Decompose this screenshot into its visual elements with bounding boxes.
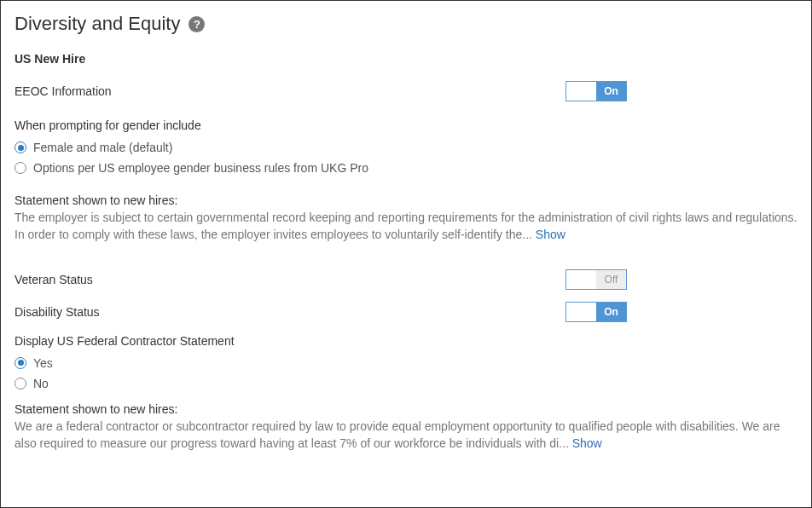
contractor-option-yes-label: Yes	[33, 356, 53, 370]
disability-toggle[interactable]: On	[566, 302, 627, 322]
statement1-heading: Statement shown to new hires:	[14, 193, 798, 207]
section-us-new-hire: US New Hire	[14, 52, 798, 66]
veteran-toggle-on	[566, 270, 596, 289]
eeoc-toggle[interactable]: On	[566, 81, 627, 101]
eeoc-row: EEOC Information On	[14, 81, 798, 101]
statement2-text: We are a federal contractor or subcontra…	[14, 419, 780, 450]
eeoc-toggle-on: On	[596, 82, 626, 101]
gender-prompt-heading: When prompting for gender include	[14, 118, 798, 132]
statement2-heading: Statement shown to new hires:	[14, 402, 798, 416]
veteran-toggle[interactable]: Off	[566, 269, 627, 290]
gender-option-default-label: Female and male (default)	[33, 141, 172, 154]
disability-row: Disability Status On	[14, 302, 798, 322]
radio-icon	[14, 162, 26, 174]
contractor-heading: Display US Federal Contractor Statement	[14, 334, 798, 348]
disability-label: Disability Status	[14, 305, 100, 319]
disability-toggle-on: On	[596, 303, 626, 321]
statement1-text: The employer is subject to certain gover…	[14, 211, 797, 241]
statement2-body: We are a federal contractor or subcontra…	[14, 418, 798, 453]
page-title-text: Diversity and Equity	[14, 13, 180, 35]
eeoc-label: EEOC Information	[14, 84, 112, 98]
statement1-body: The employer is subject to certain gover…	[14, 209, 798, 244]
radio-icon	[14, 357, 26, 369]
contractor-option-no[interactable]: No	[14, 377, 798, 390]
veteran-toggle-off: Off	[596, 270, 626, 289]
gender-option-ukg[interactable]: Options per US employee gender business …	[14, 161, 798, 175]
veteran-label: Veteran Status	[14, 273, 93, 286]
veteran-row: Veteran Status Off	[14, 269, 798, 290]
statement2-show-link[interactable]: Show	[572, 436, 602, 450]
page-title: Diversity and Equity ?	[14, 13, 798, 35]
contractor-option-no-label: No	[33, 377, 49, 390]
statement1-show-link[interactable]: Show	[536, 228, 566, 241]
gender-option-ukg-label: Options per US employee gender business …	[33, 161, 368, 175]
radio-icon	[14, 378, 26, 390]
gender-option-default[interactable]: Female and male (default)	[14, 141, 798, 154]
diversity-equity-panel: Diversity and Equity ? US New Hire EEOC …	[0, 0, 812, 508]
contractor-option-yes[interactable]: Yes	[14, 356, 798, 370]
disability-toggle-off	[566, 303, 596, 321]
help-icon[interactable]: ?	[188, 16, 205, 32]
eeoc-toggle-off	[566, 82, 596, 101]
radio-icon	[14, 141, 26, 153]
